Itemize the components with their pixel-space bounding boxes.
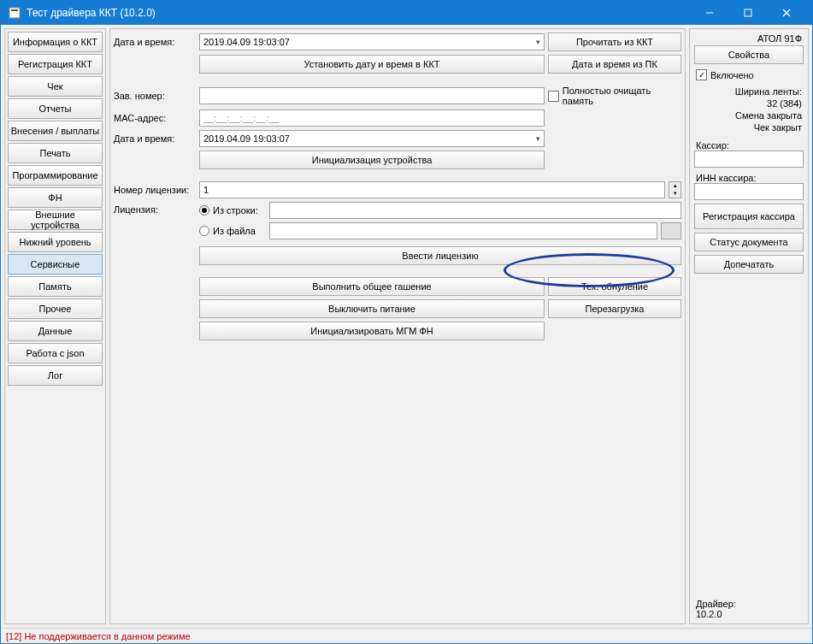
power-off-button[interactable]: Выключить питание (199, 299, 545, 318)
status-text: [12] Не поддерживается в данном режиме (6, 631, 191, 641)
from-file-radio[interactable] (199, 226, 209, 236)
license-num-input[interactable] (199, 181, 665, 198)
from-string-label: Из строки: (213, 205, 266, 216)
device-name: АТОЛ 91Ф (692, 32, 805, 45)
datetime-label: Дата и время: (114, 37, 196, 47)
center-panel: Дата и время: 2019.04.09 19:03:07 ▾ Проч… (109, 28, 686, 624)
tape-width-label: Ширина ленты: (692, 86, 805, 97)
enter-license-button[interactable]: Ввести лицензию (199, 246, 681, 265)
finish-print-button[interactable]: Допечатать (694, 255, 804, 274)
browse-file-button[interactable] (661, 222, 681, 239)
datetime-value: 2019.04.09 19:03:07 (203, 37, 290, 47)
cashier-input[interactable] (694, 151, 804, 168)
nav-item-2[interactable]: Чек (8, 76, 103, 97)
close-button[interactable] (767, 1, 805, 25)
tape-width-value: 32 (384) (692, 97, 805, 109)
enabled-label: Включено (710, 70, 754, 80)
driver-label: Драйвер: (696, 599, 802, 609)
license-label: Лицензия: (114, 202, 196, 215)
nav-item-1[interactable]: Регистрация ККТ (8, 54, 103, 74)
spinner-down-icon[interactable]: ▾ (669, 190, 680, 198)
from-file-input[interactable] (269, 222, 657, 239)
receipt-status: Чек закрыт (692, 121, 805, 133)
datetime-pc-button[interactable]: Дата и время из ПК (548, 55, 681, 74)
doc-status-button[interactable]: Статус документа (694, 233, 804, 251)
nav-item-11[interactable]: Память (8, 276, 103, 297)
nav-item-14[interactable]: Работа с json (8, 343, 103, 363)
init-mgm-button[interactable]: Инициализировать МГМ ФН (199, 322, 545, 340)
svg-rect-0 (9, 8, 20, 18)
driver-version: 10.2.0 (696, 609, 802, 619)
nav-panel: Информация о ККТРегистрация ККТЧекОтчеты… (4, 28, 106, 624)
register-cashier-button[interactable]: Регистрация кассира (694, 204, 804, 229)
maximize-button[interactable] (728, 1, 767, 25)
app-icon (8, 6, 21, 20)
spinner-up-icon[interactable]: ▴ (669, 182, 680, 190)
minimize-button[interactable] (690, 1, 728, 25)
datetime2-label: Дата и время: (114, 133, 196, 144)
serial-input[interactable] (199, 87, 545, 104)
enabled-checkbox[interactable]: ✓ (696, 69, 707, 80)
nav-item-12[interactable]: Прочее (8, 298, 103, 319)
datetime-combo[interactable]: 2019.04.09 19:03:07 ▾ (199, 33, 545, 50)
mac-input[interactable] (199, 109, 545, 127)
title-bar: Тест драйвера ККТ (10.2.0) (1, 1, 812, 25)
cashier-label: Кассир: (692, 139, 805, 151)
nav-item-9[interactable]: Нижний уровень (8, 232, 103, 252)
inn-input[interactable] (694, 183, 804, 200)
reboot-button[interactable]: Перезагрузка (548, 299, 681, 318)
chevron-down-icon: ▾ (536, 38, 540, 46)
read-kkt-button[interactable]: Прочитать из ККТ (548, 32, 681, 51)
nav-item-6[interactable]: Программирование (8, 165, 103, 186)
datetime2-combo[interactable]: 2019.04.09 19:03:07 ▾ (199, 130, 545, 147)
nav-item-13[interactable]: Данные (8, 321, 103, 341)
nav-item-7[interactable]: ФН (8, 187, 103, 208)
set-datetime-button[interactable]: Установить дату и время в ККТ (199, 55, 545, 74)
license-num-spinner[interactable]: ▴ ▾ (669, 181, 681, 198)
license-num-label: Номер лицензии: (114, 185, 196, 195)
nav-item-4[interactable]: Внесения / выплаты (8, 121, 103, 141)
init-device-button[interactable]: Инициализация устройства (199, 151, 545, 169)
chevron-down-icon: ▾ (536, 134, 540, 143)
from-string-input[interactable] (269, 202, 681, 219)
nav-item-10[interactable]: Сервисные (8, 254, 103, 275)
right-panel: АТОЛ 91Ф Свойства ✓ Включено Ширина лент… (689, 28, 809, 624)
nav-item-15[interactable]: Лог (8, 365, 103, 386)
from-file-label: Из файла (213, 226, 266, 236)
from-string-radio[interactable] (199, 205, 209, 216)
datetime2-value: 2019.04.09 19:03:07 (203, 133, 290, 144)
properties-button[interactable]: Свойства (694, 45, 804, 64)
nav-item-8[interactable]: Внешние устройства (8, 210, 103, 230)
clear-memory-checkbox[interactable] (548, 91, 559, 102)
nav-item-5[interactable]: Печать (8, 143, 103, 163)
shift-status: Смена закрыта (692, 109, 805, 121)
tech-reset-button[interactable]: Тех. обнуление (548, 277, 681, 296)
svg-rect-1 (11, 9, 18, 11)
svg-rect-3 (745, 9, 751, 16)
window-title: Тест драйвера ККТ (10.2.0) (27, 7, 690, 19)
clear-memory-label: Полностью очищать память (563, 86, 681, 106)
mac-label: МАС-адрес: (114, 113, 196, 123)
general-erase-button[interactable]: Выполнить общее гашение (199, 277, 545, 296)
serial-label: Зав. номер: (114, 91, 196, 101)
nav-item-3[interactable]: Отчеты (8, 98, 103, 119)
inn-label: ИНН кассира: (692, 171, 805, 183)
nav-item-0[interactable]: Информация о ККТ (8, 32, 103, 52)
status-bar: [12] Не поддерживается в данном режиме (1, 628, 812, 643)
